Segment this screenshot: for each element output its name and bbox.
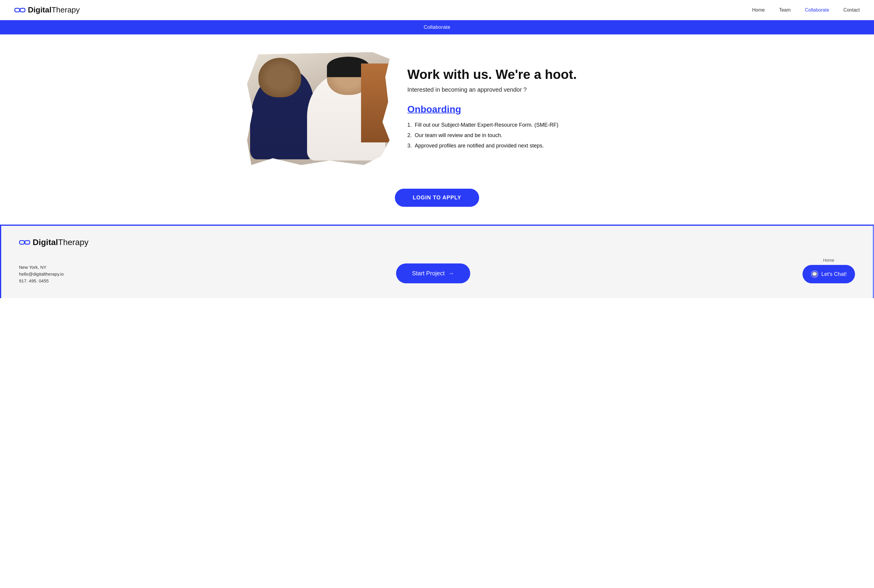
footer-logo: DigitalTherapy bbox=[19, 238, 855, 247]
hero-content: Work with us. We're a hoot. Interested i… bbox=[407, 64, 621, 153]
page-banner: Collaborate bbox=[0, 20, 874, 34]
logo-icon bbox=[14, 6, 25, 14]
hero-subtitle: Interested in becoming an approved vendo… bbox=[407, 86, 621, 93]
logo-text: DigitalTherapy bbox=[28, 5, 80, 15]
footer-email: hello@digitaltherapy.io bbox=[19, 272, 64, 276]
footer-phone: 917. 495. 0455 bbox=[19, 278, 64, 284]
footer-home-label: Home bbox=[823, 258, 834, 262]
footer-logo-text: DigitalTherapy bbox=[33, 238, 88, 247]
login-to-apply-button[interactable]: LOGIN TO APPLY bbox=[395, 189, 479, 207]
step-3: 3. Approved profiles are notified and pr… bbox=[407, 143, 621, 149]
header: DigitalTherapy Home Team Collaborate Con… bbox=[0, 0, 874, 20]
main-nav: Home Team Collaborate Contact bbox=[752, 8, 860, 13]
hero-image bbox=[247, 52, 390, 165]
cta-section: LOGIN TO APPLY bbox=[0, 183, 874, 225]
lets-chat-button[interactable]: 💬 Let's Chat! bbox=[802, 265, 855, 284]
svg-rect-4 bbox=[25, 241, 30, 244]
logo[interactable]: DigitalTherapy bbox=[14, 5, 80, 15]
onboarding-steps: 1. Fill out our Subject-Matter Expert-Re… bbox=[407, 122, 621, 149]
hero-headline: Work with us. We're a hoot. bbox=[407, 67, 621, 82]
footer-cta: Start Project → bbox=[396, 264, 470, 284]
nav-home[interactable]: Home bbox=[752, 8, 765, 13]
hero-section: Work with us. We're a hoot. Interested i… bbox=[229, 34, 645, 183]
footer-logo-icon bbox=[19, 238, 30, 246]
svg-rect-1 bbox=[20, 8, 25, 12]
onboarding-link[interactable]: Onboarding bbox=[407, 104, 461, 115]
footer-chat: Home 💬 Let's Chat! bbox=[802, 258, 855, 284]
step-1: 1. Fill out our Subject-Matter Expert-Re… bbox=[407, 122, 621, 128]
svg-rect-3 bbox=[19, 241, 24, 244]
step-2: 2. Our team will review and be in touch. bbox=[407, 132, 621, 138]
footer: DigitalTherapy New York, NY hello@digita… bbox=[0, 225, 874, 298]
nav-contact[interactable]: Contact bbox=[844, 8, 860, 13]
chat-bubble-icon: 💬 bbox=[811, 270, 819, 278]
footer-contact: New York, NY hello@digitaltherapy.io 917… bbox=[19, 265, 64, 284]
footer-bottom: New York, NY hello@digitaltherapy.io 917… bbox=[19, 258, 855, 284]
nav-team[interactable]: Team bbox=[779, 8, 791, 13]
start-project-button[interactable]: Start Project → bbox=[396, 264, 470, 284]
footer-address: New York, NY bbox=[19, 265, 64, 270]
nav-collaborate[interactable]: Collaborate bbox=[805, 8, 829, 13]
svg-rect-0 bbox=[15, 8, 19, 12]
